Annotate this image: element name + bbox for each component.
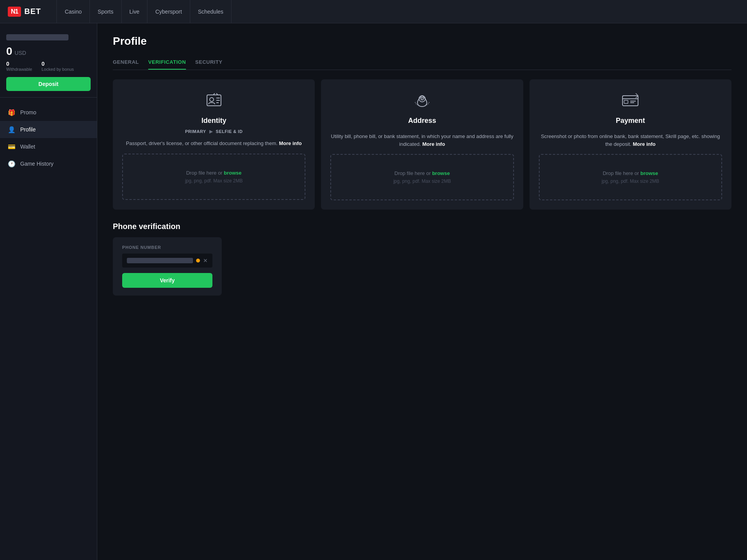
phone-verification-section: Phone verification PHONE NUMBER ✕ Verify (113, 222, 731, 296)
sidebar-label-promo: Promo (20, 109, 36, 116)
sidebar-label-game-history: Game History (20, 161, 54, 167)
page-title: Profile (113, 35, 731, 47)
user-info: 0 USD 0 Withdrawable 0 Locked by bonus D… (0, 30, 97, 98)
address-card: Address Utility bill, phone bill, or ban… (321, 79, 523, 210)
logo-icon: N1 (8, 7, 21, 17)
sidebar-item-profile[interactable]: 👤 Profile (0, 121, 97, 138)
main-nav: Casino Sports Live Cybersport Schedules (56, 0, 231, 23)
sidebar-item-promo[interactable]: 🎁 Promo (0, 104, 97, 121)
logo-text: BET (24, 7, 41, 16)
nav-sports[interactable]: Sports (90, 0, 121, 23)
withdrawable-detail: 0 Withdrawable (6, 61, 32, 72)
deposit-button[interactable]: Deposit (6, 77, 91, 91)
tab-verification[interactable]: VERIFICATION (148, 55, 186, 70)
svg-point-6 (421, 98, 423, 100)
identity-drop-text: Drop file here or browse (186, 170, 241, 176)
sidebar-nav: 🎁 Promo 👤 Profile 💳 Wallet 🕐 Game Histor… (0, 101, 97, 175)
address-drop-text: Drop file here or browse (395, 170, 450, 176)
main-content: Profile GENERAL VERIFICATION SECURITY (97, 23, 747, 560)
nav-live[interactable]: Live (122, 0, 148, 23)
address-drop-zone[interactable]: Drop file here or browse jpg, png, pdf. … (330, 154, 514, 200)
phone-status-dot (196, 259, 200, 262)
tab-security[interactable]: SECURITY (195, 55, 223, 70)
phone-number-blur (127, 258, 193, 263)
payment-card: Payment Screenshot or photo from online … (530, 79, 731, 210)
identity-icon (204, 90, 224, 110)
identity-drop-hint: jpg, png, pdf. Max size 2MB (185, 178, 243, 184)
sidebar-label-wallet: Wallet (20, 144, 35, 150)
payment-drop-text: Drop file here or browse (603, 170, 658, 176)
svg-rect-9 (624, 100, 628, 103)
phone-clear-button[interactable]: ✕ (203, 257, 208, 264)
primary-badge: PRIMARY (185, 129, 206, 134)
nav-casino[interactable]: Casino (56, 0, 90, 23)
nav-schedules[interactable]: Schedules (190, 0, 231, 23)
layout: 0 USD 0 Withdrawable 0 Locked by bonus D… (0, 23, 747, 560)
locked-label: Locked by bonus (42, 67, 74, 72)
identity-subtitle: PRIMARY ▶ SELFIE & ID (185, 129, 243, 134)
balance-display: 0 USD (6, 45, 91, 58)
verification-cards: Identity PRIMARY ▶ SELFIE & ID Passport,… (113, 79, 731, 210)
phone-verification-title: Phone verification (113, 222, 731, 231)
payment-more-info[interactable]: More info (633, 141, 656, 147)
tab-general[interactable]: GENERAL (113, 55, 139, 70)
sidebar-item-wallet[interactable]: 💳 Wallet (0, 138, 97, 155)
identity-drop-zone[interactable]: Drop file here or browse jpg, png, pdf. … (122, 154, 305, 200)
sidebar: 0 USD 0 Withdrawable 0 Locked by bonus D… (0, 23, 97, 560)
payment-drop-hint: jpg, png, pdf. Max size 2MB (601, 178, 659, 184)
username-blur (6, 34, 68, 40)
selfie-badge: SELFIE & ID (216, 129, 243, 134)
sidebar-item-game-history[interactable]: 🕐 Game History (0, 155, 97, 172)
svg-point-1 (210, 98, 214, 102)
nav-cybersport[interactable]: Cybersport (147, 0, 190, 23)
payment-title: Payment (616, 117, 645, 125)
header: N1 BET Casino Sports Live Cybersport Sch… (0, 0, 747, 23)
locked-value: 0 (42, 61, 74, 67)
profile-tabs: GENERAL VERIFICATION SECURITY (113, 55, 731, 70)
logo[interactable]: N1 BET (8, 7, 41, 17)
balance-currency: USD (15, 50, 26, 56)
locked-detail: 0 Locked by bonus (42, 61, 74, 72)
verify-button[interactable]: Verify (122, 273, 212, 288)
balance-amount: 0 (6, 45, 12, 58)
identity-more-info[interactable]: More info (279, 140, 302, 146)
wallet-icon: 💳 (8, 143, 16, 150)
withdrawable-label: Withdrawable (6, 67, 32, 72)
phone-card: PHONE NUMBER ✕ Verify (113, 237, 222, 296)
address-title: Address (408, 117, 436, 125)
payment-desc: Screenshot or photo from online bank, ba… (539, 133, 722, 148)
address-more-info[interactable]: More info (422, 141, 445, 147)
withdrawable-value: 0 (6, 61, 32, 67)
arrow-icon: ▶ (209, 129, 213, 134)
phone-label: PHONE NUMBER (122, 245, 212, 250)
game-history-icon: 🕐 (8, 160, 16, 168)
identity-title: Identity (202, 117, 226, 125)
svg-point-5 (419, 96, 425, 102)
address-drop-hint: jpg, png, pdf. Max size 2MB (393, 178, 451, 184)
payment-drop-zone[interactable]: Drop file here or browse jpg, png, pdf. … (539, 154, 722, 200)
promo-icon: 🎁 (8, 108, 16, 116)
identity-card: Identity PRIMARY ▶ SELFIE & ID Passport,… (113, 79, 315, 210)
address-icon (412, 90, 432, 110)
balance-details: 0 Withdrawable 0 Locked by bonus (6, 61, 91, 72)
payment-icon (620, 90, 640, 110)
phone-input-row: ✕ (122, 254, 212, 268)
identity-desc: Passport, driver's license, or other off… (126, 140, 302, 147)
profile-icon: 👤 (8, 126, 16, 133)
address-desc: Utility bill, phone bill, or bank statem… (330, 133, 514, 148)
sidebar-label-profile: Profile (20, 126, 36, 133)
